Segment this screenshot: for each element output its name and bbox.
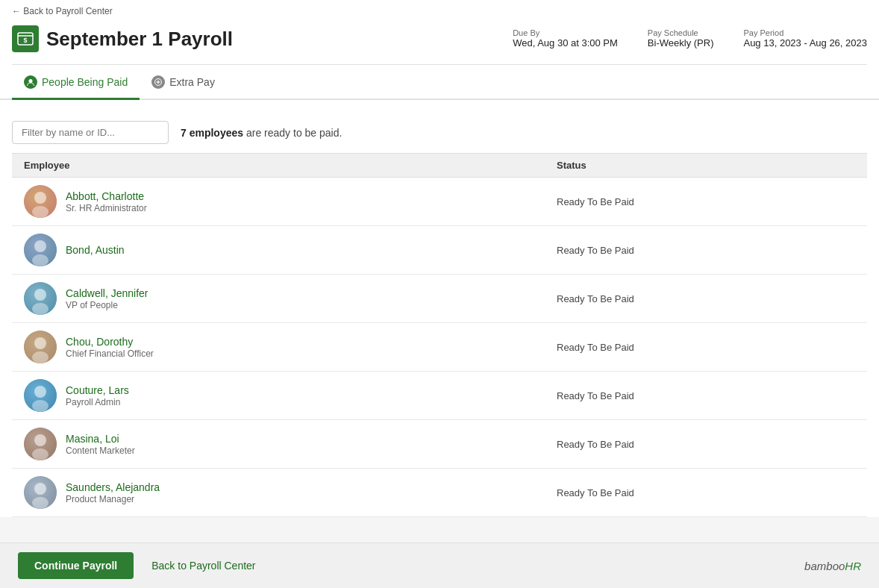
avatar: [24, 234, 57, 266]
continue-payroll-button[interactable]: Continue Payroll: [18, 552, 134, 579]
search-input[interactable]: [12, 121, 169, 144]
tab-extra-pay[interactable]: Extra Pay: [140, 65, 227, 100]
employee-name[interactable]: Saunders, Alejandra: [66, 481, 160, 493]
svg-point-18: [32, 351, 49, 363]
employee-title: Payroll Admin: [66, 397, 129, 407]
employee-info: Chou, Dorothy Chief Financial Officer: [66, 336, 154, 359]
svg-point-21: [32, 400, 49, 412]
avatar: [24, 331, 57, 363]
people-tab-icon: [24, 75, 37, 89]
avatar: [24, 282, 57, 315]
pay-schedule-label: Pay Schedule: [648, 28, 714, 37]
table-row: Abbott, Charlotte Sr. HR Administrator R…: [12, 178, 867, 226]
pay-period-label: Pay Period: [743, 28, 867, 37]
svg-point-8: [34, 192, 46, 204]
svg-point-27: [32, 497, 49, 509]
tab-extra-label: Extra Pay: [169, 76, 215, 88]
table-row: Masina, Loi Content Marketer Ready To Be…: [12, 420, 867, 469]
pay-period-value: Aug 13, 2023 - Aug 26, 2023: [743, 37, 867, 49]
footer-back-link[interactable]: Back to Payroll Center: [151, 560, 255, 572]
title-area: $ September 1 Payroll: [12, 25, 233, 52]
employee-cell: Couture, Lars Payroll Admin: [24, 379, 557, 412]
bamboo-logo: ⁠bambooHR: [804, 560, 861, 572]
employee-table: Employee Status: [12, 153, 867, 517]
avatar: [24, 185, 57, 218]
employee-info: Masina, Loi Content Marketer: [66, 433, 135, 456]
extra-pay-tab-icon: [151, 75, 165, 89]
table-row: Chou, Dorothy Chief Financial Officer Re…: [12, 323, 867, 372]
page-title: September 1 Payroll: [46, 28, 233, 51]
svg-point-11: [34, 240, 46, 252]
employee-name[interactable]: Caldwell, Jennifer: [66, 287, 148, 299]
pay-period-meta: Pay Period Aug 13, 2023 - Aug 26, 2023: [743, 28, 867, 49]
table-header: Employee Status: [12, 153, 867, 178]
employee-name[interactable]: Couture, Lars: [66, 384, 129, 396]
main-content: 7 employees are ready to be paid. Employ…: [0, 100, 879, 517]
due-by-value: Wed, Aug 30 at 3:00 PM: [513, 37, 618, 49]
table-row: Couture, Lars Payroll Admin Ready To Be …: [12, 372, 867, 420]
status-cell: Ready To Be Paid: [557, 245, 855, 256]
employee-info: Abbott, Charlotte Sr. HR Administrator: [66, 190, 147, 213]
employee-count-bold: 7 employees: [181, 127, 243, 139]
due-by-label: Due By: [513, 28, 618, 37]
employee-name[interactable]: Masina, Loi: [66, 433, 135, 445]
svg-point-26: [34, 483, 46, 495]
header-meta: Due By Wed, Aug 30 at 3:00 PM Pay Schedu…: [513, 25, 867, 49]
svg-point-23: [34, 434, 46, 446]
col-employee-header: Employee: [24, 160, 557, 171]
pay-schedule-meta: Pay Schedule Bi-Weekly (PR): [648, 28, 714, 49]
svg-point-14: [34, 289, 46, 301]
employee-name[interactable]: Abbott, Charlotte: [66, 190, 147, 202]
employee-info: Saunders, Alejandra Product Manager: [66, 481, 160, 504]
table-row: Caldwell, Jennifer VP of People Ready To…: [12, 275, 867, 323]
svg-point-17: [34, 337, 46, 349]
svg-point-3: [29, 79, 33, 83]
employee-name[interactable]: Bond, Austin: [66, 244, 125, 256]
svg-point-24: [32, 448, 49, 460]
employee-cell: Masina, Loi Content Marketer: [24, 428, 557, 460]
svg-point-12: [32, 254, 49, 266]
svg-text:$: $: [23, 37, 27, 44]
svg-point-9: [32, 206, 49, 218]
employee-name[interactable]: Chou, Dorothy: [66, 336, 154, 348]
pay-schedule-value: Bi-Weekly (PR): [648, 37, 714, 49]
employee-title: Chief Financial Officer: [66, 348, 154, 359]
tab-people-being-paid[interactable]: People Being Paid: [12, 65, 140, 100]
footer-left: Continue Payroll Back to Payroll Center: [18, 552, 256, 579]
svg-point-20: [34, 386, 46, 398]
employee-title: Product Manager: [66, 494, 160, 504]
employee-info: Bond, Austin: [66, 244, 125, 256]
employee-count: 7 employees are ready to be paid.: [181, 127, 342, 139]
employee-info: Caldwell, Jennifer VP of People: [66, 287, 148, 310]
table-body: Abbott, Charlotte Sr. HR Administrator R…: [12, 178, 867, 517]
status-cell: Ready To Be Paid: [557, 390, 855, 401]
top-bar: ← Back to Payroll Center $ September 1 P…: [0, 0, 879, 65]
status-cell: Ready To Be Paid: [557, 439, 855, 450]
table-row: Saunders, Alejandra Product Manager Read…: [12, 469, 867, 517]
due-by-meta: Due By Wed, Aug 30 at 3:00 PM: [513, 28, 618, 49]
employee-title: Content Marketer: [66, 445, 135, 456]
page-header: $ September 1 Payroll Due By Wed, Aug 30…: [12, 19, 867, 65]
avatar: [24, 428, 57, 460]
svg-point-15: [32, 303, 49, 315]
employee-cell: Abbott, Charlotte Sr. HR Administrator: [24, 185, 557, 218]
avatar: [24, 379, 57, 412]
tab-people-label: People Being Paid: [42, 76, 128, 88]
avatar: [24, 476, 57, 509]
tabs-bar: People Being Paid Extra Pay: [0, 65, 879, 100]
status-cell: Ready To Be Paid: [557, 196, 855, 207]
employee-info: Couture, Lars Payroll Admin: [66, 384, 129, 407]
footer-bar: Continue Payroll Back to Payroll Center …: [0, 542, 879, 588]
employee-cell: Bond, Austin: [24, 234, 557, 266]
employee-title: Sr. HR Administrator: [66, 203, 147, 213]
filter-row: 7 employees are ready to be paid.: [12, 112, 867, 153]
col-status-header: Status: [557, 160, 855, 171]
employee-cell: Chou, Dorothy Chief Financial Officer: [24, 331, 557, 363]
status-cell: Ready To Be Paid: [557, 342, 855, 353]
table-row: Bond, Austin Ready To Be Paid: [12, 226, 867, 275]
employee-cell: Caldwell, Jennifer VP of People: [24, 282, 557, 315]
payroll-icon: $: [12, 25, 39, 52]
back-to-payroll-link[interactable]: ← Back to Payroll Center: [12, 0, 867, 19]
employee-title: VP of People: [66, 300, 148, 310]
status-cell: Ready To Be Paid: [557, 293, 855, 304]
